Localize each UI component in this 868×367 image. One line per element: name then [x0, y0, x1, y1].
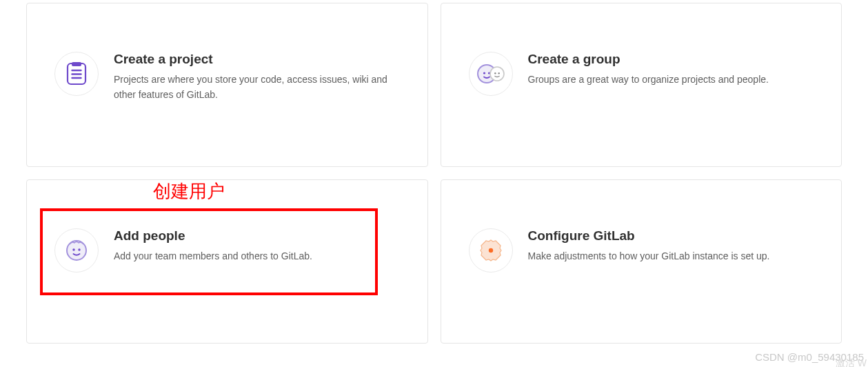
card-content: Create a project Projects are where you … — [114, 52, 400, 102]
card-content: Create a group Groups are a great way to… — [528, 52, 814, 88]
card-content: Add people Add your team members and oth… — [114, 228, 400, 264]
card-desc: Add your team members and others to GitL… — [114, 249, 400, 264]
create-project-card[interactable]: Create a project Projects are where you … — [26, 3, 428, 167]
svg-rect-1 — [72, 62, 81, 66]
card-desc: Groups are a great way to organize proje… — [528, 72, 814, 88]
svg-point-12 — [72, 248, 74, 250]
configure-gitlab-card[interactable]: Configure GitLab Make adjustments to how… — [441, 179, 842, 344]
create-group-card[interactable]: Create a group Groups are a great way to… — [441, 3, 842, 167]
card-title: Create a project — [114, 52, 400, 67]
svg-point-6 — [483, 72, 485, 74]
card-desc: Projects are where you store your code, … — [114, 72, 400, 102]
svg-point-10 — [498, 72, 499, 74]
gear-icon — [469, 228, 513, 272]
card-title: Add people — [114, 228, 400, 244]
svg-point-14 — [488, 248, 492, 252]
project-icon — [54, 52, 99, 96]
card-title: Configure GitLab — [528, 228, 814, 244]
annotation-label: 创建用户 — [153, 179, 225, 204]
svg-point-8 — [490, 67, 504, 81]
group-icon — [469, 52, 513, 96]
card-content: Configure GitLab Make adjustments to how… — [528, 228, 814, 264]
card-desc: Make adjustments to how your GitLab inst… — [528, 249, 814, 264]
people-icon — [54, 228, 99, 272]
activate-watermark: 激活 W — [836, 357, 867, 367]
card-title: Create a group — [528, 52, 814, 67]
dashboard-grid: Create a project Projects are where you … — [0, 0, 868, 357]
svg-point-9 — [494, 72, 496, 74]
add-people-card[interactable]: Add people Add your team members and oth… — [26, 179, 428, 344]
svg-point-13 — [78, 248, 80, 250]
